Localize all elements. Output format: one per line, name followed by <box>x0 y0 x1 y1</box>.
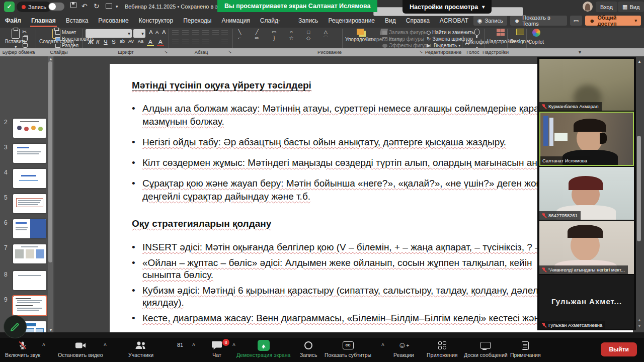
numbering-icon[interactable] <box>182 31 189 36</box>
apps-button[interactable]: Приложения <box>427 340 457 358</box>
align-left-icon[interactable] <box>172 40 179 45</box>
scroll-up-icon[interactable]: ▲ <box>49 57 53 61</box>
share-screen-button[interactable]: Демонстрация экрана <box>236 340 290 358</box>
highlight-button[interactable]: А <box>147 39 154 46</box>
slide-thumbnail-4[interactable] <box>13 169 46 188</box>
tab-review[interactable]: Рецензирование <box>323 14 380 28</box>
participants-caret-icon[interactable]: ^ <box>192 343 195 348</box>
collapse-ribbon-icon[interactable]: ▾ <box>579 49 581 55</box>
text-direction-icon[interactable] <box>221 31 228 36</box>
captions-button[interactable]: cc Показать субтитры <box>325 340 371 358</box>
tab-design[interactable]: Конструктор <box>134 14 178 28</box>
captions-caret-icon[interactable]: ^ <box>381 343 384 348</box>
shape-corner-icon[interactable]: ⌐ <box>236 35 243 41</box>
shape-diamond-icon[interactable]: ◇ <box>305 35 312 41</box>
shape-fill-button[interactable]: Заливка фигуры <box>382 30 427 35</box>
indent-decrease-icon[interactable] <box>192 31 199 36</box>
view-button[interactable]: ▦ Вид <box>618 2 644 12</box>
shape-oval-icon[interactable]: ○ <box>288 29 295 35</box>
shape-square-icon[interactable]: □ <box>305 29 312 35</box>
record-button[interactable]: Запись <box>300 340 317 358</box>
underline-button[interactable]: Ч <box>102 39 109 45</box>
scroll-down-icon[interactable]: ▼ <box>49 328 53 332</box>
slide-thumbnail-6[interactable] <box>13 219 46 238</box>
video-panel-scrollbar[interactable] <box>637 136 641 241</box>
italic-button[interactable]: К <box>95 39 101 45</box>
presentation-icon[interactable] <box>106 4 112 9</box>
char-spacing-button[interactable]: AV <box>127 39 135 44</box>
tab-insert[interactable]: Вставка <box>61 14 94 28</box>
shapes-gallery[interactable]: ╲ ╱ ▭ ○ □ △ ⌐ ⇨ } ☆ ◇ ⌒ <box>236 29 340 41</box>
thumbnail-scrollbar-thumb[interactable] <box>48 61 52 262</box>
designer-button[interactable]: Designer <box>510 29 530 44</box>
clipboard-dialog-launcher-icon[interactable]: ↘ <box>31 49 35 54</box>
align-text-icon[interactable] <box>221 40 228 45</box>
tab-record[interactable]: Запись <box>293 14 323 28</box>
bullets-icon[interactable] <box>172 31 179 36</box>
save-icon[interactable] <box>70 2 76 8</box>
video-scroll-down-icon[interactable]: ▼ <box>637 324 641 328</box>
participants-button[interactable]: Участники <box>128 340 153 358</box>
notes-button[interactable]: Примечания <box>510 340 541 358</box>
video-tile[interactable]: 86427058261 <box>539 167 634 220</box>
shape-arc-icon[interactable]: ⌒ <box>323 35 329 41</box>
shrink-font-button[interactable]: А <box>154 29 160 35</box>
slide-thumbnail-3[interactable] <box>13 144 46 163</box>
slide-thumbnail-7[interactable] <box>13 244 46 263</box>
shape-outline-button[interactable]: Контур фигуры <box>382 36 424 42</box>
dictate-button[interactable]: Диктофон ▾ <box>465 29 489 50</box>
line-spacing-icon[interactable] <box>212 31 219 36</box>
reactions-button[interactable]: ☺+ Реакции <box>393 340 414 358</box>
shape-line2-icon[interactable]: ╱ <box>254 29 260 35</box>
align-center-icon[interactable] <box>182 40 189 45</box>
bold-button[interactable]: Ж <box>87 39 95 45</box>
ribbon-record-button[interactable]: ◉ Запись <box>473 16 507 26</box>
tab-draw[interactable]: Рисование <box>93 14 133 28</box>
strikethrough-button[interactable]: S <box>110 39 117 45</box>
redo-icon[interactable]: ↻ <box>94 2 100 11</box>
select-button[interactable]: Выделить ▾ <box>427 43 460 48</box>
video-tile-camera-off[interactable]: Гульжан Ахмет... Гульжан Ахметсапиевна <box>539 275 634 329</box>
tab-slideshow[interactable]: Слайд-шоу <box>255 14 293 28</box>
video-tile[interactable]: "Амангелді атындағы негізгі мект... <box>539 221 634 274</box>
chat-button[interactable]: Чат <box>211 340 222 358</box>
font-name-select[interactable]: ▾ <box>86 29 132 38</box>
tab-animations[interactable]: Анимация <box>217 14 255 28</box>
layout-button[interactable]: Макет <box>55 30 76 35</box>
change-case-button[interactable]: Aa <box>136 39 145 44</box>
section-button[interactable]: Раздел <box>55 43 78 48</box>
leave-meeting-button[interactable]: Выйти <box>601 342 637 356</box>
tab-file[interactable]: Файл <box>0 14 26 28</box>
slide-thumbnail-9-selected[interactable] <box>13 296 46 315</box>
undo-icon[interactable]: ↶ <box>82 2 88 11</box>
video-tile[interactable]: Курманбаева Акмарал <box>539 59 634 111</box>
unmute-button[interactable]: Включить звук <box>5 340 40 358</box>
annotation-pencil-button[interactable] <box>4 315 27 338</box>
chat-caret-icon[interactable]: ^ <box>232 343 235 348</box>
login-button[interactable]: Вход <box>596 2 617 12</box>
avatar[interactable] <box>583 2 593 12</box>
tab-transitions[interactable]: Переходы <box>178 14 216 28</box>
shape-triangle-icon[interactable]: △ <box>323 29 329 35</box>
drawing-dialog-launcher-icon[interactable]: ↘ <box>419 49 423 54</box>
font-color-button[interactable]: А <box>157 39 164 46</box>
toggle-switch[interactable] <box>48 3 64 11</box>
copy-icon[interactable] <box>23 36 27 42</box>
stop-video-button[interactable]: Остановить видео <box>58 340 103 358</box>
clear-format-button[interactable]: А <box>160 29 168 35</box>
share-button[interactable]: ☻ Общий доступ ▾ <box>585 16 641 26</box>
video-scroll-up-icon[interactable]: ▲ <box>637 318 641 322</box>
comment-button[interactable]: ▭ <box>570 16 582 26</box>
indent-increase-icon[interactable] <box>202 31 209 36</box>
view-options-dropdown[interactable]: Настройки просмотра ▾ <box>403 0 492 14</box>
align-right-icon[interactable] <box>192 40 199 45</box>
recording-pill[interactable]: Запись <box>17 2 51 12</box>
quick-access-chevron-icon[interactable]: ▾ <box>116 2 118 11</box>
show-in-teams-button[interactable]: ☻ Показать в Teams <box>510 16 567 26</box>
video-scroll-up-icon[interactable]: ▲ <box>637 59 641 64</box>
justify-icon[interactable] <box>202 40 209 45</box>
font-dialog-launcher-icon[interactable]: ↘ <box>164 49 168 54</box>
shape-line-icon[interactable]: ╲ <box>236 29 243 35</box>
slide-thumbnail-2[interactable] <box>13 119 46 138</box>
tab-home[interactable]: Главная <box>26 14 61 28</box>
